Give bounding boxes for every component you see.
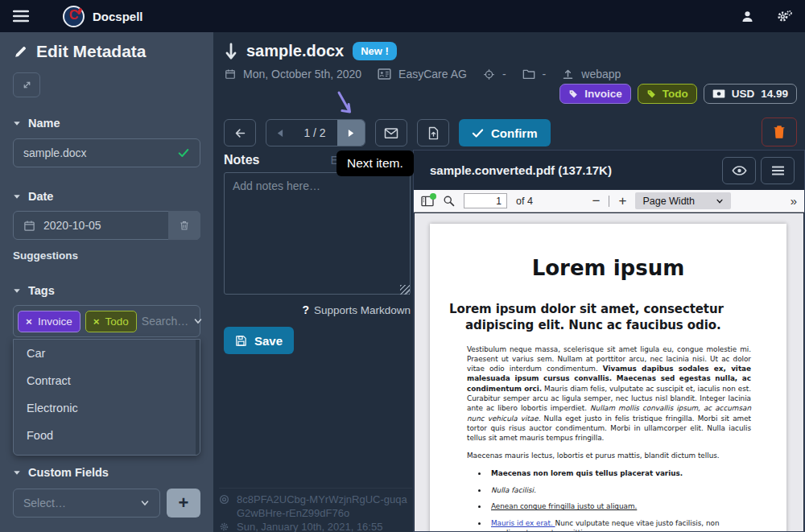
tag-chip-label: Todo [105,315,129,328]
chevron-down-icon[interactable] [193,316,203,326]
notes-textarea[interactable] [224,172,411,295]
custom-field-select[interactable]: Select… [13,489,160,518]
date-input[interactable]: 2020-10-05 [13,211,200,240]
delete-item-button[interactable] [762,118,797,146]
clear-date-button[interactable] [168,211,200,240]
app-title: Docspell [93,10,143,23]
calendar-icon [225,68,236,80]
name-input[interactable]: sample.docx [13,138,200,167]
doc-text-run[interactable]: Mauris id ex erat. [491,519,555,527]
chevron-down-icon [716,197,724,205]
caret-down-icon [13,287,21,295]
doc-text-run: Nulla facilisi. [491,486,536,494]
tag-option-electronic[interactable]: Electronic [14,394,200,422]
tag-option-car[interactable]: Car [14,340,200,367]
doc-bullet-item: Nulla facilisi. [488,485,751,495]
notification-dot [430,193,436,200]
menu-icon[interactable] [13,10,29,23]
user-icon[interactable] [741,10,754,23]
zoom-mode-select[interactable]: Page Width [635,192,731,209]
created-date: Sun, January 10th, 2021, 16:55 [237,521,382,532]
remove-tag-icon[interactable]: × [26,315,32,328]
item-meta-block: 8c8PFA2UCbg-MYrWzjnRgUC-guqaG2wBHre-rEnZ… [219,488,412,532]
next-item-button[interactable] [337,120,365,146]
edit-metadata-sidebar: Edit Metadata Name sample.docx Date 2020… [0,32,213,532]
tag-badge-label: Todo [663,88,688,100]
tag-icon [646,89,657,99]
add-custom-field-button[interactable]: + [167,489,200,518]
caret-down-icon [13,469,21,476]
remove-tag-icon[interactable]: × [93,315,100,328]
markdown-hint[interactable]: Supports Markdown [314,304,411,316]
doc-bullet-item: Maecenas non lorem quis tellus placerat … [488,468,751,478]
docspell-logo-icon: C [63,6,85,27]
amount-badge[interactable]: USD 14.99 [704,84,797,104]
gear-icon [219,521,229,532]
floppy-icon [235,335,247,347]
doc-heading: Lorem ipsum dolor sit amet, consectetur … [449,301,783,334]
address-card-icon [378,68,391,80]
back-button[interactable] [224,119,256,146]
app-brand[interactable]: C Docspell [63,6,143,27]
settings-cogs-icon[interactable] [777,10,792,23]
textarea-resize-handle[interactable] [400,285,410,295]
attachment-menu-button[interactable] [761,157,795,184]
item-title: sample.docx [246,42,344,60]
zoom-in-button[interactable]: + [618,194,626,208]
zoom-out-button[interactable]: − [592,194,601,208]
tag-option-food[interactable]: Food [14,422,200,449]
tag-option-contract[interactable]: Contract [14,367,200,394]
new-badge[interactable]: New ! [353,42,397,60]
folder-icon [522,68,535,80]
calendar-icon [23,220,35,232]
crosshair-icon [483,68,495,80]
caret-down-icon [13,193,21,200]
section-tags[interactable]: Tags [13,284,200,297]
item-date: Mon, October 5th, 2020 [243,68,361,80]
item-toolbar: 1 / 2 Confirm [224,119,551,146]
tag-chip-todo[interactable]: ×Todo [85,311,137,332]
pdf-viewer-area[interactable]: Lorem ipsum Lorem ipsum dolor sit amet, … [415,213,803,531]
save-button[interactable]: Save [224,327,294,354]
mail-button[interactable] [375,119,407,146]
section-custom-fields[interactable]: Custom Fields [13,466,200,479]
prev-item-button[interactable] [266,120,292,146]
arrow-down-icon [225,43,237,60]
item-id: 8c8PFA2UCbg-MYrWzjnRgUC-guqaG2wBHre-rEnZ… [237,493,412,520]
sidebar-title: Edit Metadata [36,42,147,61]
doc-bullet-item: Mauris id ex erat. Nunc vulputate neque … [488,518,751,531]
doc-bullet-list: Maecenas non lorem quis tellus placerat … [488,468,751,531]
caret-down-icon [13,120,21,127]
add-file-button[interactable] [417,119,449,146]
page-number-input[interactable] [464,193,507,208]
tag-badge-todo[interactable]: Todo [638,84,697,104]
question-icon: ? [302,303,309,316]
toolbar-more-button[interactable]: » [791,194,797,208]
check-icon [177,146,190,159]
dropdown-scrollbar[interactable] [196,340,200,455]
confirm-button[interactable]: Confirm [459,119,551,146]
tag-option-invoice[interactable]: Invoice [14,449,200,456]
tag-chip-label: Invoice [38,315,72,328]
doc-paragraph-2: Maecenas mauris lectus, lobortis et puru… [467,451,751,460]
sidebar-toggle-icon[interactable] [421,196,434,207]
expand-sidebar-button[interactable] [13,72,40,97]
search-icon[interactable] [443,195,455,207]
target-icon [219,493,229,520]
tags-dropdown-menu: CarContractElectronicFoodInvoice [13,339,200,456]
section-name[interactable]: Name [13,117,200,130]
concerning: - [502,68,506,80]
preview-eye-button[interactable] [722,157,756,184]
section-date[interactable]: Date [13,190,200,203]
attachment-filename: sample.converted.pdf (137.17K) [430,163,612,177]
notes-panel: Notes Edit Preview ?Supports Markdown Sa… [224,153,411,354]
tag-badge-invoice[interactable]: Invoice [559,84,631,104]
toolbar-separator [609,196,609,207]
correspondent[interactable]: EasyCare AG [398,68,467,80]
top-navbar: C Docspell [0,0,805,32]
tags-multiselect[interactable]: ×Invoice×Todo Search… [13,305,200,337]
doc-paragraph-1: Vestibulum neque massa, scelerisque sit … [467,344,751,443]
next-item-tooltip: Next item. [336,151,414,176]
pencil-icon [13,44,28,60]
tag-chip-invoice[interactable]: ×Invoice [18,311,80,332]
